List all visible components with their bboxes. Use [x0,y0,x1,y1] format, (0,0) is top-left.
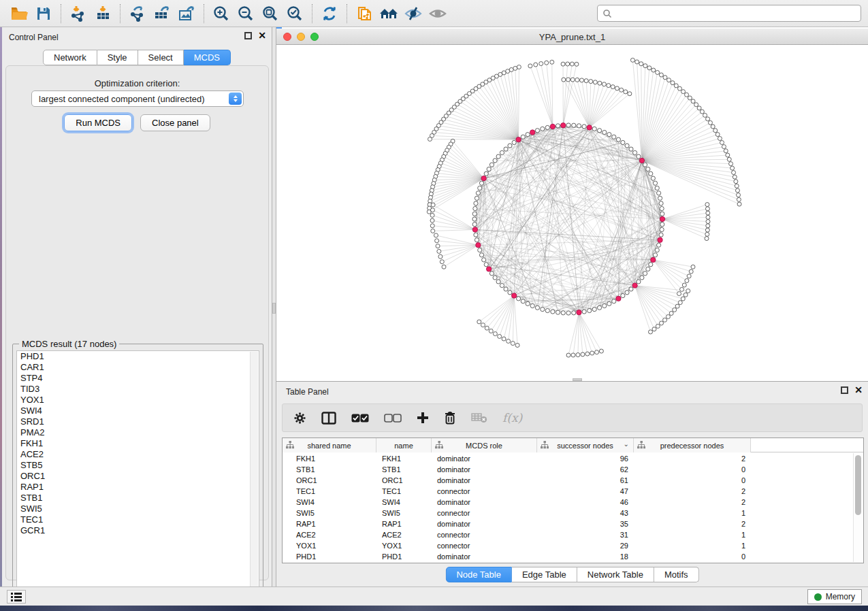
tab-network[interactable]: Network [43,50,97,65]
search-box[interactable] [597,5,861,22]
mcds-result-item[interactable]: FKH1 [17,438,259,449]
column-header-predecessor-nodes[interactable]: predecessor nodes [634,438,751,452]
mcds-result-list[interactable]: PHD1CAR1STP4TID3YOX1SWI4SRD1PMA2FKH1ACE2… [16,350,259,593]
apply-layout-icon[interactable] [317,3,342,24]
table-header-row: shared namenameMCDS rolesuccessor nodes⌄… [283,438,863,452]
table-row[interactable]: YOX1YOX1connector291 [283,540,863,551]
column-header-shared-name[interactable]: shared name [283,438,376,452]
tab-mcds[interactable]: MCDS [184,50,231,65]
import-table-icon[interactable] [91,3,115,24]
table-row[interactable]: PHD1PHD1dominator180 [283,551,863,562]
mcds-result-item[interactable]: PMA2 [17,427,259,438]
clone-network-icon[interactable] [352,3,376,24]
task-history-button[interactable] [7,590,26,604]
optimization-criterion-label: Optimization criterion: [6,78,268,88]
mcds-result-item[interactable]: SRD1 [17,416,259,427]
cell-successor_nodes: 62 [537,464,628,475]
cell-predecessor_nodes: 2 [634,453,745,464]
network-canvas[interactable] [276,45,868,381]
export-network-icon[interactable] [125,3,150,24]
cell-shared_name: FKH1 [296,453,376,464]
table-row[interactable]: SWI4SWI4dominator462 [283,497,863,508]
column-header-name[interactable]: name [376,438,432,452]
columns-icon[interactable] [321,412,336,425]
status-bar: Memory [0,587,868,606]
table-tab-network-table[interactable]: Network Table [577,567,654,582]
list-scrollbar[interactable] [250,352,258,591]
open-session-icon[interactable] [7,3,31,24]
table-row[interactable]: RAP1RAP1dominator352 [283,518,863,529]
table-tab-motifs[interactable]: Motifs [654,567,699,582]
add-column-icon[interactable] [417,412,429,424]
hide-edges-eye-icon[interactable] [401,3,425,24]
float-table-panel-icon[interactable] [841,386,848,394]
tab-select[interactable]: Select [138,50,184,65]
mcds-result-item[interactable]: YOX1 [17,395,259,406]
show-graphics-eye-icon[interactable] [425,3,450,24]
export-image-icon[interactable] [174,3,199,24]
column-header-successor-nodes[interactable]: successor nodes⌄ [537,438,634,452]
search-input[interactable] [612,9,856,18]
mcds-tab-content: Optimization criterion: largest connecte… [5,65,269,580]
mcds-result-item[interactable]: ACE2 [17,449,259,460]
control-panel: Control Panel ✕ NetworkStyleSelectMCDS O… [2,27,272,587]
table-tab-edge-table[interactable]: Edge Table [512,567,577,582]
mcds-result-item[interactable]: RAP1 [17,482,259,493]
deselect-all-checkboxes-icon[interactable] [384,414,402,423]
trash-icon[interactable] [444,411,456,425]
save-session-icon[interactable] [31,3,56,24]
splitter-grip-horizontal[interactable] [573,378,582,381]
table-toolbar: f(x) [282,403,863,432]
mcds-result-item[interactable]: STB5 [17,460,259,471]
network-titlebar[interactable]: YPA_prune.txt_1 [276,29,868,45]
table-tab-node-table[interactable]: Node Table [445,567,512,582]
cell-successor_nodes: 35 [537,518,628,529]
cell-name: STB1 [382,464,432,475]
mcds-result-item[interactable]: TID3 [17,384,259,395]
column-header-mcds-role[interactable]: MCDS role [432,438,537,452]
mcds-result-item[interactable]: PHD1 [17,351,259,362]
mcds-result-item[interactable]: SWI5 [17,503,259,514]
houses-icon[interactable] [376,3,401,24]
close-table-panel-icon[interactable]: ✕ [854,386,863,394]
list-icon [11,593,22,601]
table-row[interactable]: ORC1ORC1dominator610 [283,475,863,486]
optimization-criterion-dropdown[interactable]: largest connected component (undirected) [31,90,244,107]
search-icon [602,9,612,18]
gear-icon[interactable] [293,412,306,425]
splitter-grip[interactable] [272,303,276,314]
delete-table-disabled-icon [471,412,487,423]
mcds-result-item[interactable]: TEC1 [17,514,259,525]
cell-successor_nodes: 18 [537,551,628,562]
network-graph-svg[interactable] [276,45,868,381]
mcds-result-item[interactable]: STB1 [17,493,259,503]
tab-style[interactable]: Style [97,50,138,65]
table-row[interactable]: ACE2ACE2connector311 [283,529,863,540]
fit-content-icon[interactable] [258,3,283,24]
cell-name: SWI5 [382,508,432,518]
zoom-out-icon[interactable] [234,3,258,24]
cell-successor_nodes: 96 [537,453,628,464]
mcds-result-item[interactable]: GCR1 [17,525,259,536]
import-network-icon[interactable] [66,3,91,24]
mcds-result-item[interactable]: ORC1 [17,471,259,482]
mcds-result-item[interactable]: CAR1 [17,362,259,373]
table-row[interactable]: FKH1FKH1dominator962 [283,453,863,464]
close-panel-button[interactable]: Close panel [140,114,210,131]
zoom-selected-icon[interactable] [283,3,307,24]
table-row[interactable]: SWI5SWI5connector431 [283,508,863,518]
export-table-icon[interactable] [150,3,174,24]
mcds-result-item[interactable]: STP4 [17,373,259,384]
memory-button[interactable]: Memory [807,589,862,604]
float-panel-icon[interactable] [244,32,252,39]
sort-chevron-icon[interactable]: ⌄ [624,440,629,448]
table-row[interactable]: TEC1TEC1connector472 [283,486,863,497]
select-all-checkboxes-icon[interactable] [351,414,369,423]
table-row[interactable]: STB1STB1dominator620 [283,464,863,475]
node-table[interactable]: shared namenameMCDS rolesuccessor nodes⌄… [282,437,864,563]
mcds-result-item[interactable]: SWI4 [17,406,259,416]
close-panel-icon[interactable]: ✕ [258,32,266,39]
table-scrollbar-thumb[interactable] [855,455,861,515]
zoom-in-icon[interactable] [209,3,234,24]
run-mcds-button[interactable]: Run MCDS [64,114,132,131]
